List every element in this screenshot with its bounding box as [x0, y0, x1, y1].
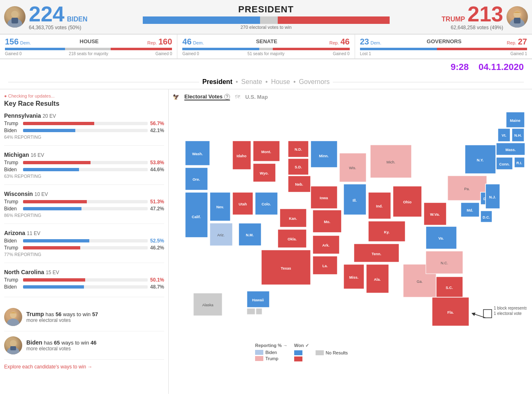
state-kentucky[interactable]: Ky. [368, 221, 405, 242]
svg-rect-67 [393, 186, 422, 217]
state-west-virginia[interactable]: W.Va. [424, 203, 446, 225]
state-nebraska[interactable]: Neb. [288, 176, 311, 192]
state-new-york[interactable]: N.Y. [465, 145, 496, 174]
pennsylvania-reporting: 64% REPORTING [4, 135, 164, 140]
nav-tabs: President • Senate • House • Governors [0, 75, 532, 89]
tab-president[interactable]: President [202, 78, 232, 86]
governors-gains: Lost 1 Gained 1 [360, 51, 527, 56]
svg-rect-49 [311, 141, 337, 168]
governors-rep-count: 27 [518, 37, 527, 46]
state-iowa[interactable]: Iowa [311, 186, 337, 209]
svg-rect-21 [210, 192, 230, 221]
state-nevada[interactable]: Nev. [210, 192, 230, 221]
state-north-carolina[interactable]: N.C. [426, 251, 463, 274]
state-new-mexico[interactable]: N.M. [239, 223, 261, 246]
us-map-btn[interactable]: U.S. Map [245, 94, 268, 100]
svg-rect-31 [232, 192, 253, 215]
map-controls: 🦅 Electoral Votes ? 🗺 U.S. Map [173, 93, 528, 100]
state-south-carolina[interactable]: S.C. [436, 277, 463, 297]
state-missouri[interactable]: Mo. [313, 210, 342, 233]
state-michigan[interactable]: Mich. [370, 145, 411, 178]
state-virginia[interactable]: Va. [426, 226, 457, 249]
house-section: 156 Dem. HOUSE Rep. 160 Gained 0 218 sea… [0, 35, 177, 58]
tab-governors[interactable]: Governors [299, 78, 330, 86]
state-ohio[interactable]: Ohio [393, 186, 422, 217]
svg-rect-65 [368, 192, 391, 219]
ev-bar [143, 16, 390, 24]
state-massachusetts[interactable]: Mass. [496, 143, 525, 155]
michigan-reporting: 63% REPORTING [4, 174, 164, 179]
explore-link[interactable]: Explore each candidate's ways to win → [4, 364, 164, 370]
state-connecticut[interactable]: Conn. [496, 157, 513, 170]
wisconsin-biden-row: Biden 47.2% [4, 206, 164, 212]
state-oregon[interactable]: Ore. [185, 168, 208, 190]
state-maine[interactable]: Maine [506, 112, 525, 128]
state-maryland[interactable]: Md. [461, 203, 479, 217]
senate-dem-label: Dem. [193, 40, 204, 45]
state-arizona[interactable]: Ariz. [210, 223, 232, 246]
svg-point-13 [10, 340, 16, 347]
legend-no-results: No Results [316, 343, 348, 355]
svg-rect-71 [354, 244, 399, 262]
state-washington[interactable]: Wash. [185, 141, 210, 165]
block-note-1: 1 block represents [494, 306, 527, 310]
tab-senate[interactable]: Senate [241, 78, 262, 86]
biden-win-text: Biden has 65 ways to win 46 more elector… [26, 339, 96, 352]
state-colorado[interactable]: Colo. [255, 192, 278, 215]
state-indiana[interactable]: Ind. [368, 192, 391, 219]
state-alabama[interactable]: Ala. [366, 264, 389, 293]
svg-rect-55 [313, 235, 339, 254]
updating-label: ● Checking for updates... [4, 93, 164, 98]
senate-rep-count: 46 [340, 37, 349, 46]
state-florida[interactable]: Fla. [432, 297, 469, 326]
state-north-dakota[interactable]: N.D. [288, 141, 309, 157]
electoral-votes-btn[interactable]: Electoral Votes ? [184, 93, 230, 100]
state-wisconsin[interactable]: Wis. [339, 153, 366, 182]
state-kansas[interactable]: Kan. [280, 209, 307, 227]
state-new-jersey[interactable]: N.J. [486, 184, 500, 209]
svg-point-9 [7, 319, 19, 326]
state-new-hampshire[interactable]: N.H. [512, 128, 524, 142]
header: 224 BIDEN 64,363,705 votes (50%) PRESIDE… [0, 0, 532, 34]
trump-votes: 62,648,258 votes (49%) [441, 25, 503, 30]
state-south-dakota[interactable]: S.D. [288, 158, 309, 175]
state-rhode-island[interactable]: R.I. [514, 157, 525, 168]
state-alaska[interactable]: Alaska [193, 293, 222, 316]
svg-rect-111 [481, 211, 492, 222]
state-california[interactable]: Calif. [185, 192, 208, 238]
governors-dem-label: Dem. [371, 40, 381, 45]
arizona-reporting: 77% REPORTING [4, 252, 164, 257]
help-icon[interactable]: ? [224, 94, 230, 100]
svg-rect-95 [486, 184, 500, 209]
race-michigan: Michigan 16 EV Trump 53.8% Biden 44.6% 6… [4, 151, 164, 185]
senate-gains: Gained 0 51 seats for majority Gained 0 [182, 51, 349, 56]
state-montana[interactable]: Mont. [253, 141, 280, 161]
state-hawaii[interactable]: Hawaii [247, 291, 269, 307]
race-north-carolina: North Carolina 15 EV Trump 50.1% Biden 4… [4, 269, 164, 297]
svg-rect-97 [496, 157, 513, 170]
svg-rect-27 [253, 141, 280, 161]
legend-biden-won-box [294, 350, 302, 355]
trump-ev-info: TRUMP 213 62,648,258 votes (49%) [441, 3, 503, 30]
legend-biden-won [294, 350, 309, 355]
state-idaho[interactable]: Idaho [232, 141, 251, 170]
state-texas[interactable]: Texas [261, 250, 311, 285]
election-title: PRESIDENT [103, 4, 429, 15]
state-vermont[interactable]: Vt. [498, 128, 510, 142]
legend-no-results-box [316, 350, 324, 355]
state-utah[interactable]: Utah [232, 192, 253, 215]
state-arkansas[interactable]: Ark. [313, 235, 339, 254]
state-minnesota[interactable]: Minn. [311, 141, 337, 168]
state-dc[interactable]: D.C. [481, 211, 492, 222]
svg-rect-59 [339, 153, 366, 182]
state-wyoming[interactable]: Wyo. [253, 163, 276, 182]
header-center: PRESIDENT 270 electoral votes to win [103, 4, 429, 30]
tab-house[interactable]: House [271, 78, 290, 86]
state-tennessee[interactable]: Tenn. [354, 244, 399, 262]
state-louisiana[interactable]: La. [313, 256, 337, 275]
state-illinois[interactable]: Ill. [344, 184, 366, 215]
legend-biden-light: Biden [255, 350, 288, 355]
governors-title: GOVERNORS [427, 38, 462, 44]
state-oklahoma[interactable]: Okla. [278, 229, 307, 248]
state-mississippi[interactable]: Miss. [344, 264, 364, 289]
